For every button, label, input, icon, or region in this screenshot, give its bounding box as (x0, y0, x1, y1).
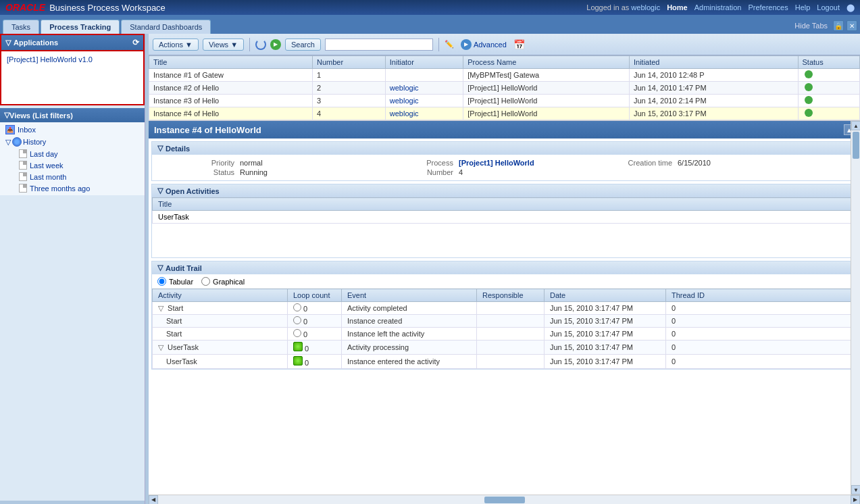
cell-number: 2 (312, 82, 385, 95)
advanced-button[interactable]: ▶ Advanced (458, 38, 509, 51)
pencil-icon[interactable]: ✏️ (445, 40, 454, 49)
audit-col-thread[interactable]: Thread ID (666, 289, 857, 302)
audit-responsible (477, 355, 545, 369)
audit-row[interactable]: UserTask 0 Instance entered the activity… (153, 355, 857, 369)
priority-value: normal (240, 159, 375, 167)
views-header[interactable]: ▽ Views (List filters) (0, 108, 145, 122)
col-number[interactable]: Number (312, 56, 385, 69)
cell-title: Instance #1 of Gatew (149, 69, 313, 82)
hscroll-right-btn[interactable]: ▶ (851, 495, 860, 505)
col-initiated[interactable]: Initiated (629, 56, 798, 69)
tab-standard-dashboards[interactable]: Standard Dashboards (121, 20, 211, 34)
scroll-thumb[interactable] (853, 132, 859, 159)
table-row[interactable]: Instance #1 of Gatew 1 [MyBPMTest] Gatew… (149, 69, 860, 82)
col-process-name[interactable]: Process Name (463, 56, 630, 69)
audit-trail-header[interactable]: ▽ Audit Trail (152, 261, 857, 274)
audit-responsible (477, 302, 545, 315)
sidebar-item-last-week[interactable]: Last week (3, 159, 142, 171)
audit-col-event[interactable]: Event (342, 289, 477, 302)
home-btn[interactable]: Home (667, 3, 688, 11)
cell-process: [MyBPMTest] Gatewa (463, 69, 630, 82)
calendar-icon[interactable]: 📅 (513, 39, 525, 50)
audit-row[interactable]: Start 0 Instance left the activity Jun 1… (153, 328, 857, 341)
loop-icon (293, 316, 301, 324)
hscroll-left-btn[interactable]: ◀ (149, 495, 158, 505)
topbar: ORACLE Business Process Workspace Logged… (0, 0, 860, 15)
sidebar-item-last-day[interactable]: Last day (3, 148, 142, 159)
username-link[interactable]: weblogic (631, 3, 660, 11)
views-dropdown-arrow: ▼ (230, 41, 238, 49)
audit-date: Jun 15, 2010 3:17:47 PM (545, 315, 666, 328)
details-section-header[interactable]: ▽ Details (152, 142, 857, 155)
logout-link[interactable]: Logout (817, 3, 840, 11)
collapse-icon[interactable]: ▽ (158, 343, 163, 351)
audit-col-responsible[interactable]: Responsible (477, 289, 545, 302)
actions-button[interactable]: Actions ▼ (153, 39, 199, 51)
audit-controls: Tabular Graphical (152, 274, 857, 288)
audit-date: Jun 15, 2010 3:17:47 PM (545, 341, 666, 355)
sidebar-item-history[interactable]: ▽ History (3, 136, 142, 148)
sidebar-resize-handle[interactable] (0, 501, 145, 504)
tab-icon-close[interactable]: ✕ (846, 20, 857, 31)
hide-tabs-btn[interactable]: Hide Tabs (794, 22, 828, 30)
scroll-down-btn[interactable]: ▼ (851, 485, 860, 495)
tab-process-tracking[interactable]: Process Tracking (41, 20, 120, 34)
doc-icon (19, 184, 27, 193)
details-collapse-arrow: ▽ (157, 144, 163, 153)
graphical-radio-label[interactable]: Graphical (201, 277, 245, 286)
table-row-selected[interactable]: Instance #4 of Hello 4 weblogic [Project… (149, 107, 860, 120)
preferences-link[interactable]: Preferences (748, 3, 788, 11)
app-item[interactable]: [Project1] HelloWorld v1.0 (4, 54, 141, 65)
cell-status (798, 95, 859, 107)
audit-event: Activity processing (342, 341, 477, 355)
search-button[interactable]: Search (285, 39, 321, 51)
play-icon[interactable]: ▶ (270, 39, 281, 50)
sidebar-item-three-months-ago[interactable]: Three months ago (3, 182, 142, 194)
search-input[interactable] (325, 39, 433, 51)
scroll-up-btn[interactable]: ▲ (851, 121, 860, 130)
applications-header[interactable]: ▽Applications ⟳ (0, 34, 145, 51)
hscroll-thumb[interactable] (484, 497, 525, 503)
views-button[interactable]: Views ▼ (203, 39, 244, 51)
refresh-icon[interactable] (255, 39, 266, 50)
audit-row[interactable]: ▽ Start 0 Activity completed (153, 302, 857, 315)
status-icon (805, 83, 813, 91)
tabbar: Tasks Process Tracking Standard Dashboar… (0, 15, 860, 34)
audit-col-date[interactable]: Date (545, 289, 666, 302)
tab-icon-lock[interactable]: 🔒 (833, 20, 844, 31)
oracle-logo: ORACLE (5, 2, 45, 13)
table-row[interactable]: Instance #2 of Hello 2 weblogic [Project… (149, 82, 860, 95)
details-body: Priority normal Process [Project1] Hello… (152, 155, 857, 180)
admin-link[interactable]: Administration (694, 3, 742, 11)
initiator-link[interactable]: weblogic (390, 109, 419, 118)
graphical-radio[interactable] (201, 277, 210, 286)
activity-row[interactable]: UserTask (153, 211, 857, 224)
help-link[interactable]: Help (795, 3, 811, 11)
col-initiator[interactable]: Initiator (385, 56, 463, 69)
hscroll-inner (158, 495, 851, 504)
audit-row[interactable]: Start 0 Instance created Jun 15, 2010 3:… (153, 315, 857, 328)
sidebar-item-last-month[interactable]: Last month (3, 171, 142, 182)
collapse-icon[interactable]: ▽ (158, 304, 163, 312)
tabular-radio[interactable] (157, 277, 166, 286)
col-status[interactable]: Status (798, 56, 859, 69)
cell-process: [Project1] HelloWorld (463, 95, 630, 107)
initiator-link[interactable]: weblogic (390, 84, 419, 92)
refresh-apps-icon[interactable]: ⟳ (132, 38, 139, 47)
initiator-link[interactable]: weblogic (390, 97, 419, 105)
audit-col-activity[interactable]: Activity (153, 289, 288, 302)
activities-col-title[interactable]: Title (153, 198, 857, 211)
process-value: [Project1] HelloWorld (459, 159, 594, 167)
tab-tasks[interactable]: Tasks (3, 20, 39, 34)
col-title[interactable]: Title (149, 56, 313, 69)
audit-row[interactable]: ▽ UserTask 0 Activity processing (153, 341, 857, 355)
sidebar-item-inbox[interactable]: 📥 Inbox (3, 124, 142, 136)
toolbar-separator-2 (438, 38, 439, 51)
table-row[interactable]: Instance #3 of Hello 3 weblogic [Project… (149, 95, 860, 107)
audit-col-loop[interactable]: Loop count (288, 289, 342, 302)
open-activities-header[interactable]: ▽ Open Activities (152, 184, 857, 197)
tabular-radio-label[interactable]: Tabular (157, 277, 193, 286)
open-activities-collapse-arrow: ▽ (157, 186, 163, 195)
cell-initiated: Jun 14, 2010 1:47 PM (629, 82, 798, 95)
audit-date: Jun 15, 2010 3:17:47 PM (545, 355, 666, 369)
